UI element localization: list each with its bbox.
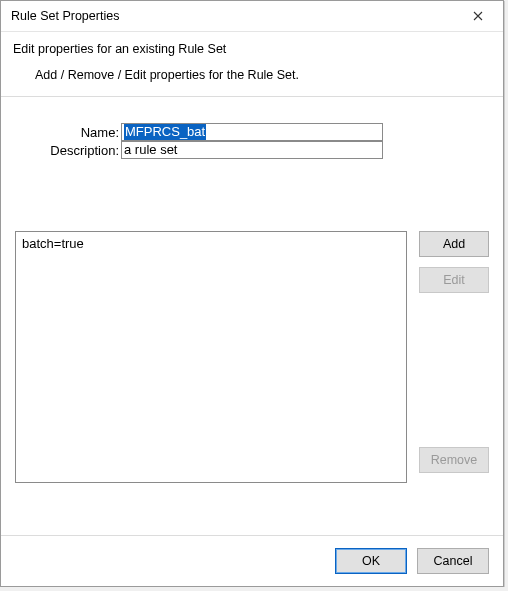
header-main-text: Edit properties for an existing Rule Set (13, 42, 491, 56)
button-spacer (419, 303, 489, 447)
properties-area: batch=true Add Edit Remove (15, 231, 489, 483)
ok-button[interactable]: OK (335, 548, 407, 574)
add-button[interactable]: Add (419, 231, 489, 257)
close-button[interactable] (459, 4, 497, 28)
dialog-footer: OK Cancel (1, 535, 503, 586)
window-title: Rule Set Properties (11, 9, 459, 23)
cancel-button[interactable]: Cancel (417, 548, 489, 574)
side-button-column: Add Edit Remove (419, 231, 489, 483)
header-sub-text: Add / Remove / Edit properties for the R… (35, 68, 491, 82)
list-item[interactable]: batch=true (22, 236, 400, 251)
name-input[interactable]: MFPRCS_bat (121, 123, 383, 141)
description-label: Description: (15, 143, 121, 158)
remove-button[interactable]: Remove (419, 447, 489, 473)
description-input[interactable]: a rule set (121, 141, 383, 159)
name-row: Name: MFPRCS_bat (15, 123, 489, 141)
name-label: Name: (15, 125, 121, 140)
description-row: Description: a rule set (15, 141, 489, 159)
dialog-window: Rule Set Properties Edit properties for … (0, 0, 504, 587)
dialog-header: Edit properties for an existing Rule Set… (1, 32, 503, 97)
dialog-body: Name: MFPRCS_bat Description: a rule set… (1, 97, 503, 535)
edit-button[interactable]: Edit (419, 267, 489, 293)
close-icon (473, 8, 483, 24)
titlebar: Rule Set Properties (1, 1, 503, 32)
properties-listbox[interactable]: batch=true (15, 231, 407, 483)
name-input-selection: MFPRCS_bat (124, 124, 206, 140)
